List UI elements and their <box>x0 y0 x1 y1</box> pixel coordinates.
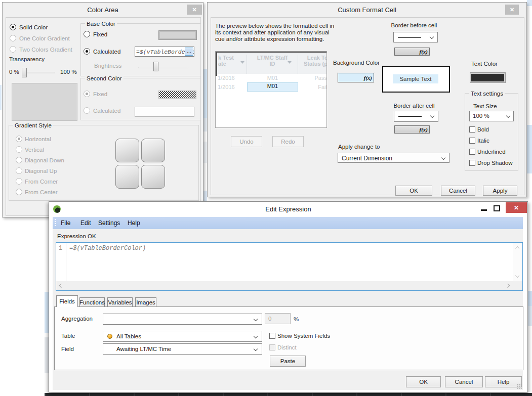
line-style-sample <box>398 116 422 117</box>
fields-tab-panel: Aggregation 0 % Table All Tables Show Sy… <box>54 306 523 370</box>
expression-code: =$(vTableBorderColor) <box>69 245 146 252</box>
gradient-diagonal-down-radio[interactable] <box>16 157 22 163</box>
custom-format-cell-close-icon[interactable]: ✕ <box>505 5 519 15</box>
underlined-checkbox[interactable] <box>469 149 475 155</box>
menu-edit[interactable]: Edit <box>78 217 93 229</box>
brightness-slider-track[interactable] <box>138 67 188 68</box>
base-calculated-label: Calculated <box>93 49 120 55</box>
ok-button[interactable]: OK <box>395 186 432 196</box>
brightness-slider-thumb[interactable] <box>153 62 158 71</box>
two-colors-gradient-radio[interactable] <box>10 46 16 53</box>
edit-expression-window: Edit Expression ✕ File Edit Settings Hel… <box>49 201 528 392</box>
base-calculated-radio[interactable] <box>84 48 90 55</box>
second-calculated-label: Calculated <box>93 108 120 114</box>
maximize-button[interactable] <box>492 203 502 213</box>
gradient-tile <box>141 139 165 162</box>
background-color-fx-button[interactable]: f(x) <box>338 73 374 82</box>
border-before-fx-button[interactable]: f(x) <box>394 48 430 56</box>
show-system-fields-checkbox[interactable] <box>269 333 275 339</box>
gradient-from-corner-radio[interactable] <box>16 178 22 185</box>
table-value: All Tables <box>116 333 141 339</box>
gradient-horizontal-label: Horizontal <box>25 136 51 142</box>
cancel-button[interactable]: Cancel <box>445 376 483 387</box>
redo-button[interactable]: Redo <box>272 136 304 147</box>
one-color-gradient-label: One Color Gradient <box>19 35 70 41</box>
menu-settings[interactable]: Settings <box>96 217 122 229</box>
tab-functions[interactable]: Functions <box>79 297 105 307</box>
resize-grip[interactable] <box>517 384 522 389</box>
second-fixed-color-swatch[interactable] <box>158 91 196 99</box>
gradient-vertical-radio[interactable] <box>16 146 22 153</box>
menu-help[interactable]: Help <box>126 217 142 229</box>
solid-color-radio[interactable] <box>10 24 16 30</box>
scroll-left-icon[interactable] <box>59 284 63 288</box>
transparency-slider-thumb[interactable] <box>22 68 27 77</box>
table-status-icon <box>107 334 112 339</box>
ok-button[interactable]: OK <box>406 376 441 387</box>
menu-file[interactable]: File <box>59 217 72 229</box>
paste-button[interactable]: Paste <box>270 356 306 367</box>
background-fragment <box>528 291 532 306</box>
gradient-tile <box>115 165 139 189</box>
minimize-button[interactable] <box>479 203 489 213</box>
gradient-from-center-radio[interactable] <box>16 189 22 195</box>
border-after-fx-button[interactable]: f(x) <box>394 125 430 134</box>
border-before-select[interactable] <box>393 32 438 42</box>
preview-row: 1/2016 M01 Pass <box>216 74 326 82</box>
scroll-down-icon[interactable] <box>515 274 519 278</box>
tab-variables[interactable]: Variables <box>107 297 133 307</box>
italic-checkbox[interactable] <box>469 138 475 144</box>
editor-hscrollbar[interactable] <box>56 281 522 290</box>
undo-button[interactable]: Undo <box>231 136 262 147</box>
aggregation-value-spinner[interactable]: 0 <box>265 313 291 324</box>
aggregation-label: Aggregation <box>61 316 93 322</box>
text-size-label: Text Size <box>473 103 497 109</box>
two-colors-gradient-label: Two Colors Gradient <box>19 47 72 53</box>
field-select[interactable]: Awaiting LT/MC Time <box>103 343 262 355</box>
second-calculated-input[interactable] <box>135 107 194 117</box>
percent-label: % <box>294 316 299 322</box>
expression-browse-button[interactable]: ... <box>185 48 193 56</box>
drop-shadow-checkbox[interactable] <box>469 160 475 166</box>
cancel-button[interactable]: Cancel <box>441 186 475 196</box>
text-size-select[interactable]: 100 % <box>469 111 514 121</box>
scroll-right-icon[interactable] <box>506 284 510 288</box>
table-select[interactable]: All Tables <box>103 331 262 342</box>
background-fragment <box>527 0 532 6</box>
one-color-gradient-radio[interactable] <box>10 35 16 41</box>
base-fixed-radio[interactable] <box>84 31 90 37</box>
sort-icon <box>288 61 292 64</box>
gradient-style-legend: Gradient Style <box>13 122 53 128</box>
color-preview-swatch <box>12 83 77 121</box>
distinct-checkbox[interactable] <box>269 344 275 350</box>
tab-fields[interactable]: Fields <box>56 295 78 307</box>
color-area-dialog: Color Area ✕ Solid Color One Color Gradi… <box>2 2 203 217</box>
transparency-max-label: 100 % <box>60 69 77 75</box>
chevron-down-icon <box>506 114 510 118</box>
second-calculated-radio[interactable] <box>84 107 90 114</box>
underlined-label: Underlined <box>477 149 506 155</box>
chevron-down-icon <box>430 114 434 118</box>
gradient-from-center-label: From Center <box>25 189 58 195</box>
apply-button[interactable]: Apply <box>483 186 517 196</box>
expression-editor[interactable]: 1 =$(vTableBorderColor) <box>56 242 523 291</box>
aggregation-select[interactable] <box>103 314 262 325</box>
gradient-diagonal-down-label: Diagonal Down <box>25 157 64 163</box>
second-fixed-radio[interactable] <box>84 91 90 97</box>
preview-description: The preview below shows the formatted ce… <box>215 23 334 42</box>
bold-checkbox[interactable] <box>469 126 475 133</box>
gradient-horizontal-radio[interactable] <box>16 136 22 142</box>
base-calculated-input[interactable]: =$(vTableBorderColor) ... <box>135 47 194 57</box>
apply-change-select[interactable]: Current Dimension <box>338 153 449 163</box>
expression-status: Expression OK <box>57 233 96 239</box>
base-fixed-color-swatch[interactable] <box>158 30 197 40</box>
tab-images[interactable]: Images <box>135 297 156 307</box>
color-area-close-icon[interactable]: ✕ <box>187 5 202 15</box>
close-icon: ✕ <box>514 204 519 211</box>
editor-vscrollbar[interactable] <box>513 243 522 281</box>
gradient-diagonal-up-radio[interactable] <box>16 167 22 174</box>
close-button[interactable]: ✕ <box>506 202 527 213</box>
border-after-select[interactable] <box>394 111 438 122</box>
text-color-swatch[interactable] <box>470 72 506 83</box>
scroll-up-icon[interactable] <box>515 246 519 250</box>
